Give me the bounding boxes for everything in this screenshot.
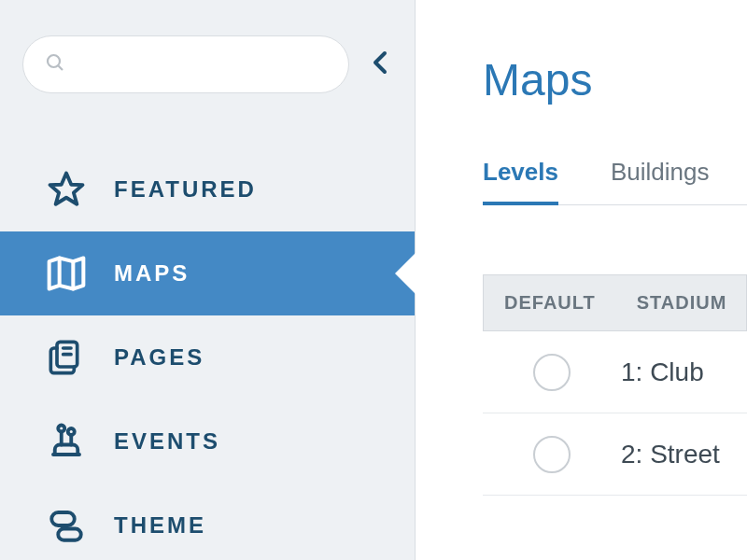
sidebar-item-label: THEME [114, 512, 206, 539]
tab-levels[interactable]: Levels [483, 158, 558, 205]
svg-point-12 [68, 428, 75, 435]
sidebar: FEATURED MAPS PAGES [0, 0, 416, 560]
page-title: Maps [483, 54, 747, 105]
search-box[interactable] [22, 35, 349, 93]
sidebar-item-pages[interactable]: PAGES [0, 315, 415, 399]
table-body: 1: Club 2: Street [483, 331, 747, 496]
row-label: 1: Club [621, 357, 704, 387]
sidebar-nav: FEATURED MAPS PAGES [0, 121, 415, 560]
row-label: 2: Street [621, 440, 720, 469]
table-row[interactable]: 1: Club [483, 331, 747, 413]
chevron-left-icon [372, 49, 390, 79]
sidebar-item-featured[interactable]: FEATURED [0, 147, 415, 231]
sidebar-item-label: MAPS [114, 260, 190, 287]
table-row[interactable]: 2: Street [483, 413, 747, 496]
sidebar-item-label: FEATURED [114, 176, 257, 203]
column-header-default: DEFAULT [484, 275, 616, 330]
column-header-stadium: STADIUM [616, 275, 747, 330]
sidebar-item-events[interactable]: EVENTS [0, 399, 415, 483]
search-icon [44, 51, 66, 77]
sidebar-item-maps[interactable]: MAPS [0, 231, 415, 315]
radio-button[interactable] [533, 436, 571, 473]
svg-point-10 [58, 426, 64, 432]
tab-buildings[interactable]: Buildings [611, 158, 710, 204]
search-input[interactable] [78, 55, 328, 75]
map-icon [45, 253, 88, 294]
search-row [0, 0, 415, 121]
svg-marker-3 [49, 259, 84, 289]
table-header: DEFAULT STADIUM [483, 274, 747, 331]
svg-rect-14 [58, 529, 81, 540]
radio-button[interactable] [533, 354, 571, 391]
svg-point-0 [48, 55, 60, 67]
pages-icon [45, 339, 88, 376]
sidebar-item-theme[interactable]: THEME [0, 483, 415, 560]
star-icon [45, 170, 88, 209]
svg-marker-2 [50, 174, 83, 204]
sidebar-item-label: EVENTS [114, 428, 220, 455]
sidebar-item-label: PAGES [114, 344, 204, 371]
radio-cell [483, 436, 621, 473]
svg-line-1 [59, 66, 63, 71]
tabs: Levels Buildings [483, 158, 747, 205]
main-content: Maps Levels Buildings DEFAULT STADIUM 1:… [416, 0, 747, 560]
theme-icon [45, 506, 88, 545]
collapse-sidebar-button[interactable] [366, 49, 396, 79]
svg-rect-13 [51, 512, 75, 525]
events-icon [45, 422, 88, 461]
radio-cell [483, 354, 621, 391]
